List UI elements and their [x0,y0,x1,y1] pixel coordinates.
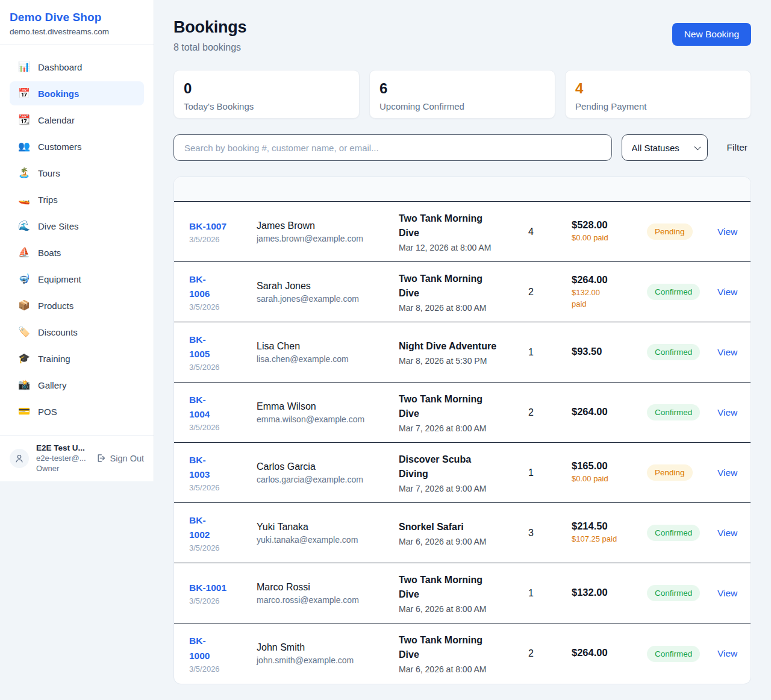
booking-date: 3/5/2026 [189,235,257,244]
booking-date: 3/5/2026 [189,302,257,311]
view-link[interactable]: View [717,227,737,237]
booking-cell: BK- 1004 3/5/2026 [189,393,257,432]
trip-cell: Night Dive Adventure Mar 8, 2026 at 5:30… [399,339,528,366]
booking-id-link[interactable]: BK-1001 [189,581,226,595]
booking-id-link[interactable]: BK- 1004 [189,393,210,422]
sidebar-item[interactable]: 👥 Customers [10,134,144,158]
booking-date: 3/5/2026 [189,363,257,372]
sidebar-item[interactable]: 🤿 Equipment [10,267,144,291]
trip-datetime: Mar 6, 2026 at 8:00 AM [399,664,528,674]
search-input[interactable] [173,134,612,161]
sidebar-item[interactable]: 📆 Calendar [10,108,144,132]
sidebar-item[interactable]: 📊 Dashboard [10,55,144,79]
trip-cell: Discover Scuba Diving Mar 7, 2026 at 9:0… [399,452,528,493]
page-header: Bookings 8 total bookings New Booking [173,18,751,53]
sidebar-item[interactable]: 📸 Gallery [10,373,144,397]
booking-id-link[interactable]: BK- 1005 [189,333,210,361]
view-cell: View [717,287,741,298]
nav-item-label: Training [38,354,70,364]
booking-id-link[interactable]: BK- 1002 [189,513,210,542]
customer-name: Marco Rossi [257,582,399,593]
view-link[interactable]: View [717,287,737,297]
nav-item-label: Boats [38,248,61,258]
stat-value: 4 [575,81,741,96]
sidebar-item[interactable]: 🏷️ Discounts [10,320,144,344]
nav-item-label: Dive Sites [38,221,79,231]
avatar [10,449,29,468]
nav-item-label: POS [38,407,57,417]
sidebar-item[interactable]: 🚤 Trips [10,187,144,211]
booking-date: 3/5/2026 [189,596,257,605]
status-badge: Confirmed [647,344,700,360]
nav-item-icon: 📅 [18,89,30,98]
booking-cell: BK- 1006 3/5/2026 [189,272,257,311]
total-amount: $132.00 [572,587,647,598]
sidebar-item[interactable]: ⛵ Boats [10,240,144,264]
view-link[interactable]: View [717,588,737,598]
pax-value: 1 [528,467,572,478]
nav-item-icon: 🚤 [18,195,30,204]
nav-item-icon: ⛵ [18,248,30,257]
status-filter-select[interactable]: All Statuses [622,134,708,161]
pax-value: 4 [528,227,572,237]
filter-button[interactable]: Filter [717,142,751,153]
nav-item-icon: 🤿 [18,274,30,284]
table-row: BK- 1000 3/5/2026 John Smith john.smith@… [174,623,751,684]
nav-item-icon: 🏷️ [18,327,30,337]
booking-date: 3/5/2026 [189,423,257,432]
shop-name: Demo Dive Shop [10,11,144,24]
status-badge: Confirmed [647,646,700,662]
total-cell: $264.00 [572,406,647,419]
view-link[interactable]: View [717,648,737,658]
customer-name: John Smith [257,642,399,653]
total-cell: $214.50 $107.25 paid [572,520,647,545]
table-row: BK- 1004 3/5/2026 Emma Wilson emma.wilso… [174,383,751,443]
status-cell: Pending [647,464,717,481]
view-cell: View [717,648,741,659]
sign-out-button[interactable]: Sign Out [96,453,144,463]
nav-item-label: Bookings [38,89,79,99]
total-amount: $264.00 [572,647,647,658]
view-link[interactable]: View [717,347,737,357]
customer-email: john.smith@example.com [257,655,399,665]
trip-name: Discover Scuba Diving [399,452,528,481]
nav-item-label: Calendar [38,115,75,125]
total-cell: $93.50 [572,346,647,359]
sidebar-item[interactable]: 🌊 Dive Sites [10,214,144,238]
new-booking-button[interactable]: New Booking [672,23,751,46]
booking-id-link[interactable]: BK- 1003 [189,453,210,482]
paid-amount: $0.00 paid [572,233,647,244]
sidebar-item[interactable]: 📅 Bookings [10,81,144,105]
nav-item-label: Dashboard [38,62,82,72]
customer-name: Sarah Jones [257,281,399,292]
trip-cell: Two Tank Morning Dive Mar 6, 2026 at 8:0… [399,633,528,674]
booking-date: 3/5/2026 [189,483,257,492]
status-cell: Confirmed [647,344,717,360]
trip-datetime: Mar 7, 2026 at 8:00 AM [399,423,528,433]
booking-id-link[interactable]: BK- 1000 [189,634,210,663]
customer-cell: Carlos Garcia carlos.garcia@example.com [257,461,399,484]
booking-id-link[interactable]: BK-1007 [189,219,226,234]
trip-cell: Two Tank Morning Dive Mar 8, 2026 at 8:0… [399,272,528,313]
table-row: BK-1007 3/5/2026 James Brown james.brown… [174,202,751,262]
sidebar-item[interactable]: 🏝️ Tours [10,161,144,185]
trip-cell: Two Tank Morning Dive Mar 6, 2026 at 8:0… [399,573,528,614]
sidebar-item[interactable]: 💳 POS [10,399,144,423]
sidebar-item[interactable]: 📦 Products [10,293,144,317]
nav-item-label: Products [38,301,73,311]
trip-datetime: Mar 8, 2026 at 8:00 AM [399,303,528,313]
view-link[interactable]: View [717,528,737,538]
view-link[interactable]: View [717,467,737,478]
stat-card: 6 Upcoming Confirmed [369,70,555,119]
table-header-row [174,177,751,202]
booking-id-link[interactable]: BK- 1006 [189,272,210,301]
status-cell: Confirmed [647,525,717,541]
customer-email: carlos.garcia@example.com [257,475,399,484]
nav-item-icon: 👥 [18,142,30,151]
table-row: BK- 1002 3/5/2026 Yuki Tanaka yuki.tanak… [174,503,751,563]
booking-cell: BK-1007 3/5/2026 [189,219,257,244]
sidebar-item[interactable]: 🎓 Training [10,346,144,370]
stat-label: Today's Bookings [184,101,349,111]
nav-item-icon: 📆 [18,115,30,125]
view-link[interactable]: View [717,407,737,417]
